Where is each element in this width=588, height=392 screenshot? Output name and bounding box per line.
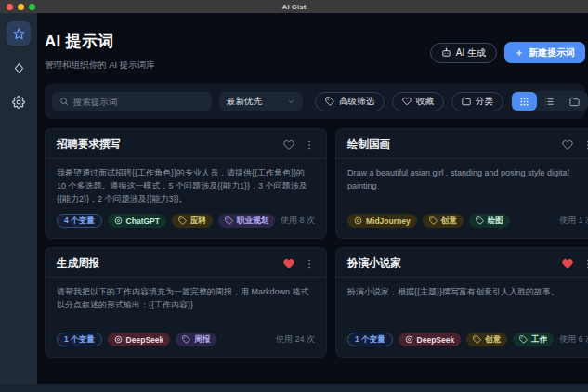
folder-icon	[569, 97, 580, 107]
model-icon	[354, 216, 362, 225]
variable-count-badge: 4 个变量	[57, 214, 102, 228]
prompt-card[interactable]: 招聘要求撰写 我希望通过面试招聘{{工作角色}}的专业人员，请提供{{工作角色}…	[45, 128, 327, 239]
favorites-filter-label: 收藏	[416, 96, 434, 108]
chevron-down-icon	[287, 98, 295, 106]
card-body-text: Draw a beautiful asian girl , standing a…	[336, 159, 588, 214]
model-icon	[405, 335, 413, 344]
card-title: 绘制国画	[347, 137, 390, 151]
favorites-filter-button[interactable]: 收藏	[392, 92, 444, 111]
model-badge: MidJourney	[347, 214, 417, 228]
model-badge: DeepSeek	[399, 333, 462, 346]
prompt-card[interactable]: 绘制国画 Draw a beautiful asian girl , stand…	[335, 128, 588, 239]
sidebar	[0, 13, 37, 384]
model-badge: ChatGPT	[108, 214, 166, 228]
folder-icon	[462, 97, 471, 106]
ai-generate-label: AI 生成	[456, 46, 486, 59]
model-icon	[114, 216, 123, 225]
ai-generate-button[interactable]: AI 生成	[430, 43, 497, 63]
sidebar-item-prompts[interactable]	[7, 21, 31, 46]
view-list-button[interactable]	[537, 92, 562, 111]
model-badge: DeepSeek	[108, 333, 171, 346]
tag-badge: 职业规划	[218, 214, 275, 228]
card-body-text: 我希望通过面试招聘{{工作角色}}的专业人员，请提供{{工作角色}}的 10 个…	[46, 159, 326, 214]
tag-badge: 应聘	[172, 214, 213, 228]
more-options-icon[interactable]	[304, 139, 315, 150]
window-title: AI Gist	[0, 3, 588, 11]
advanced-filter-button[interactable]: 高级筛选	[315, 92, 385, 111]
favorite-heart-icon[interactable]	[562, 139, 573, 150]
tag-icon	[429, 216, 438, 225]
view-grid-button[interactable]	[512, 92, 537, 111]
prompt-card-grid: 招聘要求撰写 我希望通过面试招聘{{工作角色}}的专业人员，请提供{{工作角色}…	[45, 128, 585, 358]
tag-icon	[476, 216, 484, 225]
macos-titlebar: AI Gist	[0, 0, 588, 13]
more-options-icon[interactable]	[582, 258, 588, 269]
tag-icon	[519, 335, 528, 344]
favorite-heart-icon[interactable]	[283, 139, 294, 150]
card-title: 扮演小说家	[347, 256, 401, 270]
tag-icon	[325, 97, 334, 106]
page-title: AI 提示词	[45, 31, 155, 52]
tag-badge: 创意	[466, 333, 507, 346]
variable-count-badge: 1 个变量	[57, 333, 102, 346]
tag-badge: 创意	[423, 214, 464, 228]
view-mode-toggle	[511, 91, 588, 111]
sidebar-item-settings[interactable]	[7, 90, 31, 114]
search-box	[52, 92, 212, 111]
usage-count: 使用 1 次	[559, 215, 588, 227]
page-subtitle: 管理和组织你的 AI 提示词库	[45, 59, 155, 72]
view-folder-button[interactable]	[562, 92, 587, 111]
search-icon	[59, 97, 69, 106]
list-icon	[544, 97, 555, 107]
new-prompt-button[interactable]: 新建提示词	[504, 42, 585, 63]
grid-icon	[519, 97, 529, 107]
variable-count-badge: 1 个变量	[347, 333, 393, 346]
tag-icon	[178, 216, 187, 225]
tag-badge: 工作	[513, 333, 554, 346]
sort-select[interactable]: 最新优先	[219, 92, 303, 111]
main-content: AI 提示词 管理和组织你的 AI 提示词库 AI 生成 新建提示	[37, 13, 588, 384]
usage-count: 使用 24 次	[276, 333, 315, 346]
advanced-filter-label: 高级筛选	[339, 96, 374, 108]
diamond-icon	[13, 62, 25, 74]
sort-value: 最新优先	[227, 96, 262, 108]
favorite-heart-icon[interactable]	[562, 258, 573, 269]
card-body-text: 请帮我把以下的工作内容填充为一篇完整的周报，用 Markdown 格式以分点叙述…	[46, 278, 326, 333]
more-options-icon[interactable]	[582, 139, 588, 150]
sidebar-item-library[interactable]	[7, 56, 31, 80]
plus-icon	[515, 48, 524, 58]
usage-count: 使用 6 次	[559, 333, 588, 346]
card-title: 生成周报	[57, 256, 99, 270]
prompt-card[interactable]: 扮演小说家 扮演小说家，根据{{主题}}撰写富有创意引人入胜的故事。 1	[335, 247, 588, 358]
new-prompt-label: 新建提示词	[529, 46, 575, 59]
category-filter-button[interactable]: 分类	[451, 92, 503, 111]
tag-icon	[225, 216, 233, 225]
card-body-text: 扮演小说家，根据{{主题}}撰写富有创意引人入胜的故事。	[336, 278, 588, 333]
more-options-icon[interactable]	[304, 258, 315, 269]
favorite-heart-icon[interactable]	[283, 258, 294, 269]
usage-count: 使用 8 次	[281, 215, 315, 227]
star-icon	[12, 27, 26, 41]
page-header: AI 提示词 管理和组织你的 AI 提示词库 AI 生成 新建提示	[45, 13, 585, 72]
bottom-status-bar	[0, 384, 588, 392]
card-title: 招聘要求撰写	[57, 137, 121, 151]
heart-icon	[402, 97, 412, 106]
tag-badge: 绘图	[469, 214, 510, 228]
prompt-card[interactable]: 生成周报 请帮我把以下的工作内容填充为一篇完整的周报，用 Markdown 格式…	[45, 247, 327, 358]
gear-icon	[12, 96, 25, 109]
tag-icon	[473, 335, 481, 344]
model-icon	[114, 335, 123, 344]
tag-badge: 周报	[176, 333, 216, 346]
tag-icon	[182, 335, 190, 344]
robot-icon	[441, 47, 451, 58]
category-filter-label: 分类	[476, 96, 493, 108]
app-window: AI Gist AI	[0, 0, 588, 392]
search-input[interactable]	[73, 97, 204, 107]
filter-toolbar: 最新优先 高级筛选 收藏	[45, 84, 585, 119]
